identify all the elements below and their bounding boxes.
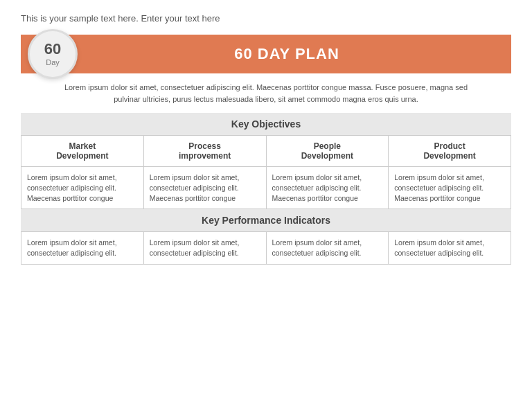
kpi-cell-0: Lorem ipsum dolor sit amet, consectetuer… xyxy=(21,232,144,264)
sample-text: This is your sample text here. Enter you… xyxy=(21,12,511,25)
col-header-0: MarketDevelopment xyxy=(21,136,144,167)
kpi-header: Key Performance Indicators xyxy=(21,209,511,231)
header-section: 60 Day 60 DAY PLAN xyxy=(21,35,511,73)
kpi-cell-2: Lorem ipsum dolor sit amet, consectetuer… xyxy=(266,232,389,264)
col-header-3: ProductDevelopment xyxy=(389,136,511,167)
day-circle: 60 Day xyxy=(28,29,78,79)
plan-title: 60 DAY PLAN xyxy=(21,45,511,63)
page-wrapper: This is your sample text here. Enter you… xyxy=(0,0,532,399)
kpi-cell-1: Lorem ipsum dolor sit amet, consectetuer… xyxy=(143,232,266,264)
objectives-body-row: Lorem ipsum dolor sit amet, consectetuer… xyxy=(21,167,511,209)
kpi-section: Key Performance Indicators Lorem ipsum d… xyxy=(21,209,511,264)
day-label: Day xyxy=(46,58,60,66)
objectives-cell-3: Lorem ipsum dolor sit amet, consectetuer… xyxy=(389,167,511,209)
kpi-cell-3: Lorem ipsum dolor sit amet, consectetuer… xyxy=(389,232,511,264)
objectives-cell-2: Lorem ipsum dolor sit amet, consectetuer… xyxy=(266,167,389,209)
col-header-1: Processimprovement xyxy=(143,136,266,167)
kpi-body-row: Lorem ipsum dolor sit amet, consectetuer… xyxy=(21,232,511,264)
objectives-header-row: MarketDevelopment Processimprovement Peo… xyxy=(21,136,511,167)
day-number: 60 xyxy=(44,42,61,57)
description-text: Lorem ipsum dolor sit amet, consectetuer… xyxy=(21,82,511,105)
key-objectives-header: Key Objectives xyxy=(21,113,511,135)
objectives-cell-0: Lorem ipsum dolor sit amet, consectetuer… xyxy=(21,167,144,209)
col-header-2: PeopleDevelopment xyxy=(266,136,389,167)
objectives-table: MarketDevelopment Processimprovement Peo… xyxy=(21,135,511,209)
key-objectives-section: Key Objectives MarketDevelopment Process… xyxy=(21,113,511,209)
objectives-cell-1: Lorem ipsum dolor sit amet, consectetuer… xyxy=(143,167,266,209)
kpi-table: Lorem ipsum dolor sit amet, consectetuer… xyxy=(21,231,511,264)
